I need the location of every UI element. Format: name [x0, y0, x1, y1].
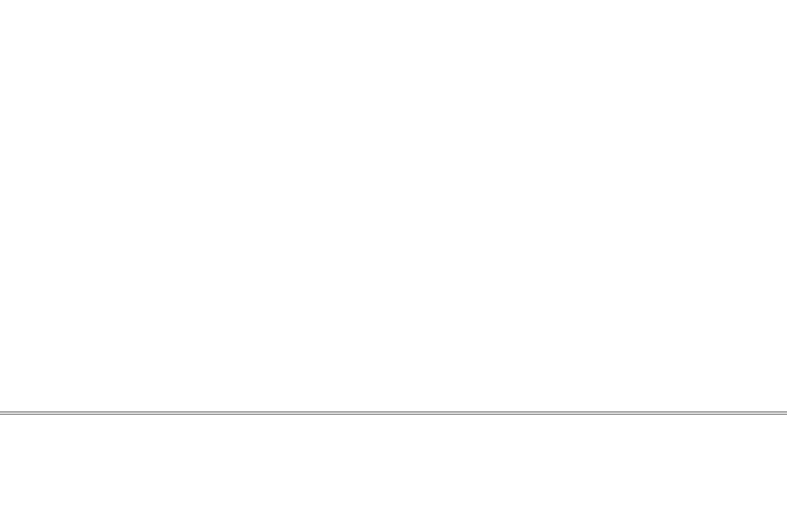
packet-details-tree[interactable]: [0, 0, 787, 412]
packet-bytes-pane[interactable]: [0, 415, 787, 506]
